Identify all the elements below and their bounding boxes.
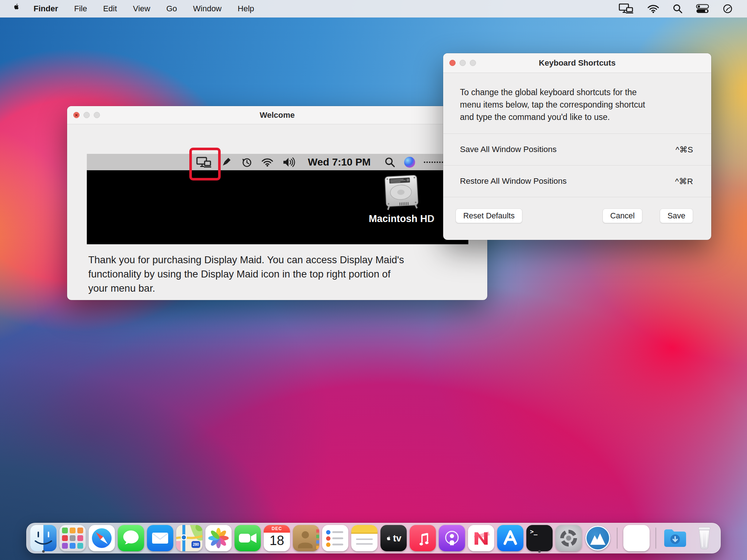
podcasts-icon [439, 525, 465, 551]
divider [443, 197, 711, 197]
grid-icon [424, 162, 446, 163]
dock-photos[interactable] [204, 523, 233, 553]
apple-menu[interactable] [9, 0, 26, 18]
screenshot-menubar: Wed 7:10 PM [87, 154, 468, 170]
dock-downloads[interactable] [661, 523, 690, 553]
volume-icon [282, 157, 295, 168]
menu-edit[interactable]: Edit [95, 0, 125, 18]
menu-help[interactable]: Help [230, 0, 262, 18]
dock-safari[interactable] [87, 523, 116, 553]
menu-window[interactable]: Window [185, 0, 229, 18]
dock-reminders[interactable] [321, 523, 350, 553]
welcome-content: Wed 7:10 PM [67, 124, 487, 300]
maps-280-badge: 280 [193, 542, 199, 547]
shortcut-row-save-all[interactable]: Save All Window Positions ^⌘S [443, 134, 711, 165]
welcome-body-text: Thank you for purchasing Display Maid. Y… [88, 253, 469, 295]
terminal-icon: >_ [526, 525, 553, 551]
dock-display-maid-app[interactable] [583, 523, 612, 553]
gear-icon [560, 530, 577, 547]
notes-icon [351, 525, 378, 551]
keyboard-shortcuts-description: To change the global keyboard shortcuts … [443, 73, 711, 133]
mail-icon [147, 525, 173, 551]
reminders-icon [322, 525, 348, 551]
welcome-window: Welcome [67, 106, 487, 300]
search-icon[interactable] [673, 0, 683, 18]
embedded-screenshot: Wed 7:10 PM [87, 154, 468, 244]
pencil-icon [220, 156, 232, 168]
screenshot-clock-text: Wed 7:10 PM [308, 156, 371, 168]
close-button[interactable] [73, 112, 80, 118]
dock-maps[interactable]: 280 [175, 523, 204, 553]
dock-calendar[interactable]: DEC 18 [262, 523, 291, 553]
wifi-icon[interactable] [647, 0, 659, 18]
appstore-icon [497, 525, 523, 551]
system-preferences-icon [556, 525, 582, 551]
display-maid-menu-icon[interactable] [619, 0, 634, 18]
dock-separator [655, 528, 656, 549]
dock-system-preferences[interactable] [554, 523, 583, 553]
reset-defaults-button[interactable]: Reset Defaults [456, 209, 522, 223]
minimize-button[interactable] [460, 60, 466, 66]
hard-drive-icon [354, 173, 449, 213]
shortcut-row-restore-all[interactable]: Restore All Window Positions ^⌘R [443, 166, 711, 197]
running-indicator [42, 550, 45, 553]
finder-icon [30, 525, 57, 551]
dock-facetime[interactable] [233, 523, 262, 553]
keyboard-shortcuts-title: Keyboard Shortcuts [539, 58, 615, 68]
zoom-button[interactable] [470, 60, 476, 66]
dock-minimized-window[interactable] [622, 523, 651, 553]
shortcut-value[interactable]: ^⌘R [675, 176, 693, 186]
menu-finder[interactable]: Finder [26, 0, 66, 18]
minimize-button[interactable] [84, 112, 90, 118]
close-button[interactable] [449, 60, 456, 66]
save-button[interactable]: Save [660, 209, 693, 223]
menu-bar-status [619, 0, 747, 18]
shortcut-value[interactable]: ^⌘S [676, 145, 693, 155]
welcome-titlebar[interactable]: Welcome [67, 106, 487, 124]
trash-icon [691, 525, 717, 551]
dock-terminal[interactable]: >_ [525, 523, 554, 553]
downloads-folder-icon [662, 525, 688, 551]
siri-icon [404, 157, 415, 168]
dock-trash[interactable] [690, 523, 719, 553]
dock-podcasts[interactable] [437, 523, 467, 553]
dock-news[interactable] [467, 523, 496, 553]
button-row: Reset Defaults Cancel Save [456, 209, 693, 223]
menu-file[interactable]: File [66, 0, 95, 18]
dock-finder[interactable] [29, 523, 58, 553]
dock-messages[interactable] [116, 523, 146, 553]
dock-music[interactable] [408, 523, 437, 553]
zoom-button[interactable] [94, 112, 100, 118]
tv-label: tv [393, 533, 401, 544]
contacts-icon [293, 525, 319, 551]
calendar-day: 18 [264, 533, 290, 548]
dock-tv[interactable]: tv [379, 523, 408, 553]
dock-notes[interactable] [350, 523, 379, 553]
minimized-window-thumbnail [623, 525, 650, 551]
cancel-button[interactable]: Cancel [603, 209, 642, 223]
maps-icon: 280 [176, 525, 202, 551]
music-icon [410, 525, 436, 551]
shortcut-label: Save All Window Positions [460, 145, 557, 154]
dock-mail[interactable] [146, 523, 175, 553]
time-machine-icon [241, 156, 252, 168]
keyboard-shortcuts-titlebar[interactable]: Keyboard Shortcuts [443, 53, 711, 73]
desc-line-3: and type the command you'd like to use. [460, 111, 694, 123]
desc-line-1: To change the global keyboard shortcuts … [460, 86, 694, 98]
menu-view[interactable]: View [125, 0, 158, 18]
keyboard-shortcuts-window: Keyboard Shortcuts To change the global … [443, 53, 711, 240]
dock-appstore[interactable] [496, 523, 525, 553]
dock-launchpad[interactable] [58, 523, 87, 553]
messages-icon [118, 525, 144, 551]
photos-icon [205, 525, 232, 551]
macintosh-hd: Macintosh HD [354, 173, 449, 225]
running-indicator [538, 550, 541, 553]
control-center-icon[interactable] [696, 0, 709, 18]
menu-go[interactable]: Go [158, 0, 185, 18]
body-line-1: Thank you for purchasing Display Maid. Y… [88, 253, 469, 267]
dock-separator [617, 528, 618, 549]
dock-contacts[interactable] [291, 523, 321, 553]
clock-icon[interactable] [722, 0, 733, 18]
display-maid-app-icon [585, 525, 611, 551]
apple-logo-icon [12, 0, 20, 18]
